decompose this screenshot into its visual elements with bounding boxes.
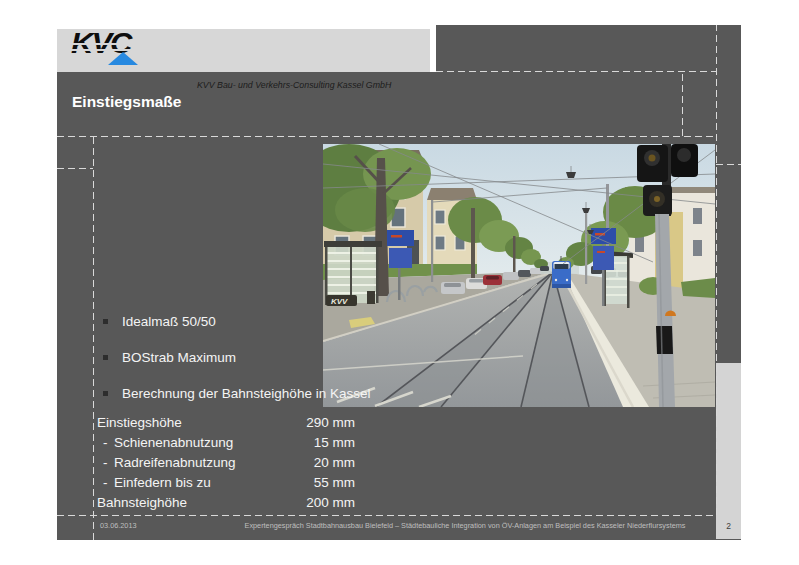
row-value: 290 mm <box>306 413 355 433</box>
logo-stripe <box>69 43 137 45</box>
street-photo: KVV <box>323 144 715 407</box>
row-value: 200 mm <box>306 493 355 513</box>
right-light-column <box>716 363 741 539</box>
bullet-square-icon <box>103 319 108 324</box>
row-label: Schienenabnutzung <box>114 433 314 453</box>
guide-line <box>682 72 683 136</box>
table-row: Bahnsteighöhe 200 mm <box>97 493 355 513</box>
footer-date: 03.06.2013 <box>100 521 137 530</box>
top-right-dark-band <box>436 25 741 72</box>
row-dash: - <box>97 433 114 453</box>
row-dash: - <box>97 453 114 473</box>
logo-stripe <box>69 49 137 51</box>
slide-page: KVC KVV Bau- und Verkehrs-Consulting Kas… <box>0 0 799 565</box>
row-value: 20 mm <box>314 453 355 473</box>
guide-line <box>436 71 716 72</box>
guide-line <box>93 136 94 540</box>
bullet-square-icon <box>103 391 108 396</box>
row-value: 55 mm <box>314 473 355 493</box>
bullet-square-icon <box>103 355 108 360</box>
page-title: Einstiegsmaße <box>72 93 181 111</box>
table-row: - Radreifenabnutzung 20 mm <box>97 453 355 473</box>
row-label: Einfedern bis zu <box>114 473 314 493</box>
bench: KVV <box>326 295 357 306</box>
page-number: 2 <box>716 521 741 531</box>
row-label: Einstiegshöhe <box>97 413 306 433</box>
litter-bin <box>367 291 375 304</box>
measurement-table: Einstiegshöhe 290 mm - Schienenabnutzung… <box>97 413 355 513</box>
bullet-item: Berechnung der Bahnsteighöhe in Kassel <box>103 386 370 402</box>
row-value: 15 mm <box>314 433 355 453</box>
guide-line <box>57 515 716 516</box>
guide-line <box>57 168 93 169</box>
footer-text: Expertengespräch Stadtbahnausbau Bielefe… <box>220 521 710 530</box>
bullet-label: BOStrab Maximum <box>122 350 236 366</box>
svg-text:KVV: KVV <box>331 297 348 306</box>
guide-line <box>57 136 716 137</box>
bullet-label: Idealmaß 50/50 <box>122 314 216 330</box>
table-row: Einstiegshöhe 290 mm <box>97 413 355 433</box>
kvc-logo: KVC <box>71 30 191 71</box>
bullet-item: BOStrab Maximum <box>103 350 236 366</box>
row-label: Bahnsteighöhe <box>97 493 306 513</box>
bullet-item: Idealmaß 50/50 <box>103 314 216 330</box>
table-row: - Schienenabnutzung 15 mm <box>97 433 355 453</box>
row-label: Radreifenabnutzung <box>114 453 314 473</box>
bullet-label: Berechnung der Bahnsteighöhe in Kassel <box>122 386 370 402</box>
guide-line <box>716 164 741 165</box>
row-dash: - <box>97 473 114 493</box>
company-name: KVV Bau- und Verkehrs-Consulting Kassel … <box>197 80 391 90</box>
table-row: - Einfedern bis zu 55 mm <box>97 473 355 493</box>
guide-line <box>716 25 717 515</box>
logo-triangle-icon <box>108 52 138 65</box>
catenary-pole <box>431 200 433 282</box>
header-band: KVC KVV Bau- und Verkehrs-Consulting Kas… <box>57 29 430 72</box>
